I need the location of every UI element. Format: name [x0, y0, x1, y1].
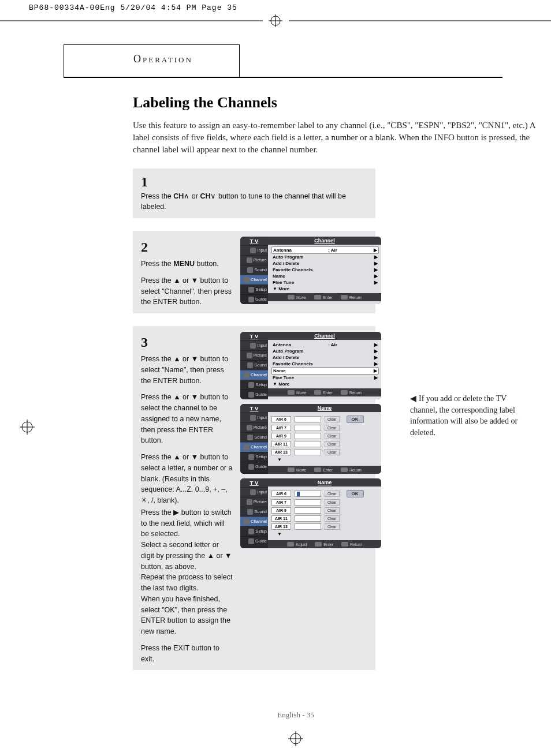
osd-name-list-adjust: T V Input Picture Sound Channel Setup Gu… [240, 478, 381, 548]
osd-side-setup: Setup [240, 285, 268, 294]
step-1-number: 1 [141, 174, 367, 190]
osd-name-list-move: T V Input Picture Sound Channel Setup Gu… [240, 404, 381, 474]
section-header-box: Operation [64, 44, 240, 77]
page-footer: English - 35 [64, 710, 528, 720]
step-3: 3 Press the ▲ or ▼ button to select "Nam… [133, 326, 375, 670]
osd-row-name: Name▶ [271, 367, 379, 375]
registration-mark-bottom [64, 731, 528, 748]
side-note: ◀If you add or delete the TV channel, th… [410, 393, 526, 438]
osd-side-channel: Channel [240, 275, 268, 285]
osd-side-picture: Picture [240, 255, 268, 265]
section-header-label: Operation [133, 53, 193, 65]
osd-channel-name: T V Input Picture Sound Channel Setup Gu… [240, 332, 381, 399]
ch-up-icon: ∧ [184, 192, 189, 200]
name-row: AIR 6ClearOK [271, 416, 378, 423]
step-2: 2 Press the MENU button. Press the ▲ or … [133, 231, 375, 313]
header-rule [64, 77, 502, 78]
registration-mark-top [0, 14, 551, 27]
intro-paragraph: Use this feature to assign an easy-to-re… [133, 119, 537, 156]
ok-button: OK [347, 416, 364, 423]
osd-footer: Move Enter Return [268, 293, 381, 301]
step-1: 1 Press the CH∧ or CH∨ button to tune to… [133, 169, 375, 219]
press-run-line: BP68-00334A-00Eng 5/20/04 4:54 PM Page 3… [0, 0, 551, 12]
side-note-arrow-icon: ◀ [410, 394, 416, 403]
step-3-text: 3 Press the ▲ or ▼ button to select "Nam… [141, 332, 233, 664]
osd-side-guide: Guide [240, 294, 268, 304]
name-cursor [297, 492, 300, 496]
osd-side-input: Input [240, 245, 268, 255]
more-caret-icon: ▼ [271, 457, 378, 465]
step-1-text: Press the CH∧ or CH∨ button to tune to t… [141, 191, 367, 213]
registration-mark-left [20, 420, 35, 437]
page-title: Labeling the Channels [133, 94, 537, 111]
osd-row-antenna: Antenna: Air▶ [271, 246, 379, 254]
osd-side-sound: Sound [240, 265, 268, 275]
step-2-text: 2 Press the MENU button. Press the ▲ or … [141, 237, 233, 308]
osd-channel-antenna: T V Input Picture Sound Channel Setup Gu… [240, 237, 381, 304]
ch-down-icon: ∨ [210, 192, 216, 200]
